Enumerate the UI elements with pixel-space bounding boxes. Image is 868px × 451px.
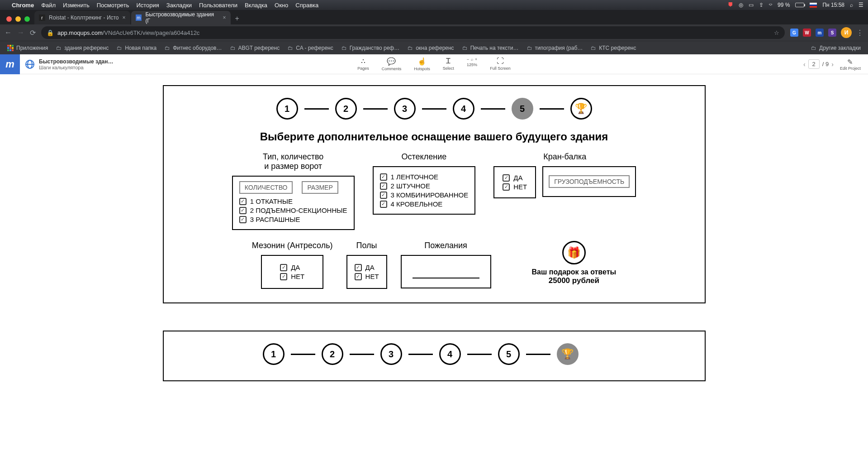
back-button[interactable]: ←	[5, 29, 12, 37]
window-close-icon[interactable]	[6, 16, 12, 22]
airplay-icon[interactable]: ▭	[749, 2, 754, 8]
menu-history[interactable]: История	[136, 2, 159, 9]
bookmark-folder[interactable]: 🗀CA - референс	[285, 45, 336, 51]
step-5[interactable]: 5	[512, 98, 533, 120]
control-center-icon[interactable]: ☰	[859, 2, 863, 8]
ext-icon-1[interactable]: G	[790, 29, 798, 37]
ext-icon-4[interactable]: S	[828, 29, 836, 37]
menu-file[interactable]: Файл	[41, 2, 56, 9]
step-trophy[interactable]: 🏆	[557, 343, 579, 365]
bookmark-folder[interactable]: 🗀здания референс	[53, 45, 111, 51]
step-5[interactable]: 5	[498, 343, 520, 365]
battery-icon[interactable]	[795, 3, 804, 7]
menu-window[interactable]: Окно	[275, 2, 288, 9]
flag-ru-icon[interactable]	[810, 3, 817, 8]
clock[interactable]: Пн 15:58	[822, 2, 844, 8]
menu-people[interactable]: Пользователи	[199, 2, 237, 9]
glazing-opt-1[interactable]: ✓1 ЛЕНТОЧНОЕ	[380, 173, 469, 181]
shield-icon[interactable]: ⛊	[728, 2, 733, 8]
kebab-icon[interactable]: ⋮	[856, 29, 863, 37]
gates-size-input[interactable]: РАЗМЕР	[302, 181, 338, 194]
bookmark-folder[interactable]: 🗀Гражданство реф…	[339, 45, 402, 51]
edit-project-button[interactable]: ✎ Edit Project	[840, 58, 861, 71]
mezz-label: Мезонин (Антресоль)	[252, 241, 333, 250]
mezzanine-block: Мезонин (Антресоль) ✓ДА ✓НЕТ	[252, 241, 333, 289]
gates-opt-1[interactable]: ✓1 ОТКАТНЫЕ	[239, 197, 347, 205]
circle-icon[interactable]: ◎	[739, 2, 743, 8]
window-max-icon[interactable]	[24, 16, 30, 22]
canvas[interactable]: 1 2 3 4 5 🏆 Выберите дополнительное осна…	[0, 74, 868, 451]
wifi2-icon[interactable]: ⌔	[769, 2, 772, 8]
tab-active[interactable]: m Быстровозводимые здания (Г ×	[131, 11, 231, 24]
menu-bookmarks[interactable]: Закладки	[166, 2, 192, 9]
page-current[interactable]: 2	[808, 59, 820, 69]
step-2[interactable]: 2	[335, 98, 357, 120]
bookmark-folder[interactable]: 🗀Фитнес оборудов…	[162, 45, 224, 51]
tool-zoom[interactable]: −⌕+ 125%	[467, 57, 478, 71]
crane-capacity-input[interactable]: ГРУЗОПОДЪЕМНОСТЬ	[549, 175, 630, 188]
gates-qty-input[interactable]: КОЛИЧЕСТВО	[239, 181, 293, 194]
project-info[interactable]: Быстровозводимые здан… Шаги калькулятора	[20, 58, 119, 70]
app-name[interactable]: Chrome	[12, 2, 34, 9]
ext-icon-3[interactable]: m	[816, 29, 824, 37]
checkbox-icon: ✓	[239, 198, 247, 205]
tool-select[interactable]: ᏆSelect	[443, 57, 454, 71]
floors-yes[interactable]: ✓ДА	[355, 264, 379, 271]
moqups-logo[interactable]: m	[0, 54, 20, 74]
wishes-input[interactable]	[401, 255, 491, 288]
bookmark-folder[interactable]: 🗀ABGT референс	[228, 45, 283, 51]
gates-opt-3[interactable]: ✓3 РАСПАШНЫЕ	[239, 216, 347, 223]
tool-fullscreen[interactable]: ⛶Full Screen	[490, 57, 511, 71]
bookmark-folder[interactable]: 🗀Новая папка	[114, 45, 159, 51]
wifi-icon[interactable]: ⇪	[759, 2, 764, 8]
tool-label: Pages	[357, 66, 369, 71]
step-2[interactable]: 2	[322, 343, 343, 365]
glazing-opt-4[interactable]: ✓4 КРОВЕЛЬНОЕ	[380, 200, 469, 208]
bookmark-folder[interactable]: 🗀Печать на тексти…	[460, 45, 522, 51]
mezz-no[interactable]: ✓НЕТ	[280, 273, 304, 280]
zoom-out-icon[interactable]: −	[467, 57, 469, 62]
tool-comments[interactable]: 💬Comments	[382, 57, 402, 71]
tool-hotspots[interactable]: ☝Hotspots	[414, 57, 430, 71]
bookmark-folder[interactable]: 🗀КТС референс	[588, 45, 639, 51]
glazing-opt-2[interactable]: ✓2 ШТУЧНОЕ	[380, 182, 469, 190]
tab-inactive[interactable]: r Roistat - Коллтрекинг - Исто ×	[34, 11, 130, 24]
crane-no[interactable]: ✓НЕТ	[503, 183, 527, 191]
window-min-icon[interactable]	[15, 16, 21, 22]
glazing-opt-3[interactable]: ✓3 КОМБИНИРОВАННОЕ	[380, 191, 469, 199]
step-1[interactable]: 1	[263, 343, 285, 365]
gates-opt-2[interactable]: ✓2 ПОДЪЕМНО-СЕКЦИОННЫЕ	[239, 206, 347, 214]
star-icon[interactable]: ☆	[774, 29, 779, 36]
mezz-yes[interactable]: ✓ДА	[280, 264, 304, 271]
folder-icon: 🗀	[56, 45, 62, 51]
search-icon[interactable]: ⌕	[850, 2, 853, 8]
close-icon[interactable]: ×	[223, 14, 226, 21]
step-1[interactable]: 1	[276, 98, 298, 120]
bookmark-folder[interactable]: 🗀окна референс	[405, 45, 456, 51]
step-4[interactable]: 4	[453, 98, 474, 120]
menu-edit[interactable]: Изменить	[63, 2, 90, 9]
crane-yes[interactable]: ✓ДА	[503, 174, 527, 182]
address-bar[interactable]: 🔒 app.moqups.com/VNdAcUe6TK/view/page/a6…	[41, 26, 785, 39]
apps-button[interactable]: Приложения	[5, 45, 51, 51]
other-bookmarks[interactable]: 🗀Другие закладки	[808, 45, 863, 51]
step-4[interactable]: 4	[439, 343, 461, 365]
ext-icon-2[interactable]: W	[803, 29, 811, 37]
menu-tab[interactable]: Вкладка	[245, 2, 267, 9]
tool-pages[interactable]: ⛬Pages	[357, 57, 369, 71]
step-3[interactable]: 3	[394, 98, 416, 120]
floors-no[interactable]: ✓НЕТ	[355, 273, 379, 280]
next-page-button[interactable]: ›	[831, 61, 834, 68]
new-tab-button[interactable]: +	[231, 14, 244, 24]
menu-help[interactable]: Справка	[295, 2, 318, 9]
prev-page-button[interactable]: ‹	[803, 61, 806, 68]
reload-button[interactable]: ⟳	[30, 29, 36, 37]
zoom-in-icon[interactable]: +	[475, 57, 477, 62]
profile-avatar[interactable]: И	[841, 27, 852, 38]
step-trophy[interactable]: 🏆	[570, 98, 592, 120]
bookmark-folder[interactable]: 🗀типография (раб…	[524, 45, 586, 51]
step-3[interactable]: 3	[380, 343, 402, 365]
close-icon[interactable]: ×	[123, 14, 126, 21]
checkbox-icon: ✓	[503, 183, 510, 191]
menu-view[interactable]: Посмотреть	[97, 2, 129, 9]
